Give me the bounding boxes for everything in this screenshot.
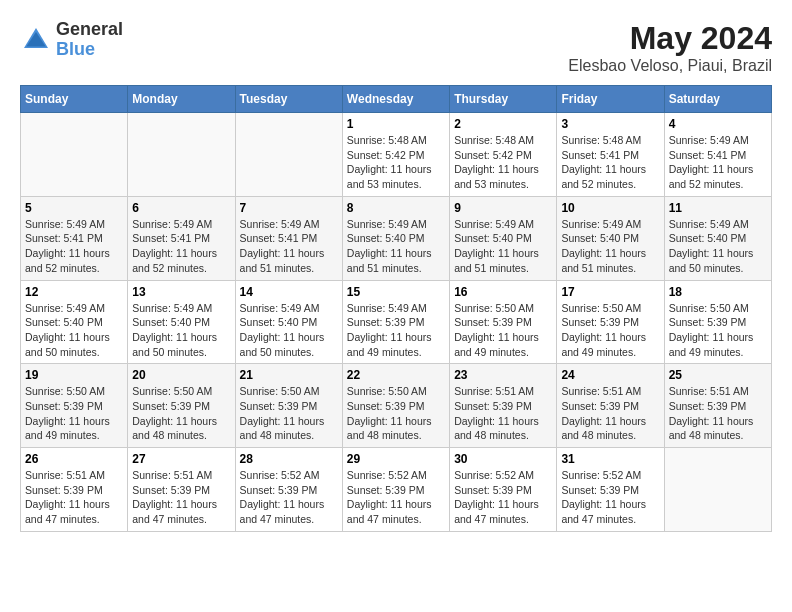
day-info: Sunrise: 5:49 AM Sunset: 5:40 PM Dayligh… — [454, 217, 552, 276]
calendar-cell: 9Sunrise: 5:49 AM Sunset: 5:40 PM Daylig… — [450, 196, 557, 280]
header-day-saturday: Saturday — [664, 86, 771, 113]
day-info: Sunrise: 5:52 AM Sunset: 5:39 PM Dayligh… — [240, 468, 338, 527]
calendar-cell: 15Sunrise: 5:49 AM Sunset: 5:39 PM Dayli… — [342, 280, 449, 364]
day-info: Sunrise: 5:48 AM Sunset: 5:41 PM Dayligh… — [561, 133, 659, 192]
calendar-header: SundayMondayTuesdayWednesdayThursdayFrid… — [21, 86, 772, 113]
title-block: May 2024 Elesbao Veloso, Piaui, Brazil — [568, 20, 772, 75]
calendar-cell — [21, 113, 128, 197]
day-number: 10 — [561, 201, 659, 215]
day-number: 11 — [669, 201, 767, 215]
calendar-cell: 29Sunrise: 5:52 AM Sunset: 5:39 PM Dayli… — [342, 448, 449, 532]
day-number: 25 — [669, 368, 767, 382]
calendar-cell — [128, 113, 235, 197]
day-number: 15 — [347, 285, 445, 299]
day-number: 12 — [25, 285, 123, 299]
calendar-cell: 26Sunrise: 5:51 AM Sunset: 5:39 PM Dayli… — [21, 448, 128, 532]
calendar-cell: 30Sunrise: 5:52 AM Sunset: 5:39 PM Dayli… — [450, 448, 557, 532]
day-info: Sunrise: 5:50 AM Sunset: 5:39 PM Dayligh… — [132, 384, 230, 443]
day-info: Sunrise: 5:49 AM Sunset: 5:40 PM Dayligh… — [347, 217, 445, 276]
calendar-cell: 24Sunrise: 5:51 AM Sunset: 5:39 PM Dayli… — [557, 364, 664, 448]
day-number: 3 — [561, 117, 659, 131]
day-info: Sunrise: 5:49 AM Sunset: 5:41 PM Dayligh… — [669, 133, 767, 192]
day-number: 6 — [132, 201, 230, 215]
calendar-cell: 17Sunrise: 5:50 AM Sunset: 5:39 PM Dayli… — [557, 280, 664, 364]
header-day-monday: Monday — [128, 86, 235, 113]
calendar-cell: 4Sunrise: 5:49 AM Sunset: 5:41 PM Daylig… — [664, 113, 771, 197]
calendar-cell: 11Sunrise: 5:49 AM Sunset: 5:40 PM Dayli… — [664, 196, 771, 280]
logo-icon — [20, 24, 52, 56]
calendar-cell: 1Sunrise: 5:48 AM Sunset: 5:42 PM Daylig… — [342, 113, 449, 197]
day-number: 2 — [454, 117, 552, 131]
calendar-cell: 25Sunrise: 5:51 AM Sunset: 5:39 PM Dayli… — [664, 364, 771, 448]
calendar-cell — [664, 448, 771, 532]
page-header: GeneralBlue May 2024 Elesbao Veloso, Pia… — [20, 20, 772, 75]
calendar-cell: 21Sunrise: 5:50 AM Sunset: 5:39 PM Dayli… — [235, 364, 342, 448]
header-day-wednesday: Wednesday — [342, 86, 449, 113]
calendar-cell: 13Sunrise: 5:49 AM Sunset: 5:40 PM Dayli… — [128, 280, 235, 364]
calendar-cell: 28Sunrise: 5:52 AM Sunset: 5:39 PM Dayli… — [235, 448, 342, 532]
day-info: Sunrise: 5:50 AM Sunset: 5:39 PM Dayligh… — [561, 301, 659, 360]
page-subtitle: Elesbao Veloso, Piaui, Brazil — [568, 57, 772, 75]
calendar-cell: 14Sunrise: 5:49 AM Sunset: 5:40 PM Dayli… — [235, 280, 342, 364]
day-number: 28 — [240, 452, 338, 466]
day-number: 5 — [25, 201, 123, 215]
day-info: Sunrise: 5:49 AM Sunset: 5:40 PM Dayligh… — [25, 301, 123, 360]
calendar-week-1: 1Sunrise: 5:48 AM Sunset: 5:42 PM Daylig… — [21, 113, 772, 197]
header-day-thursday: Thursday — [450, 86, 557, 113]
day-number: 13 — [132, 285, 230, 299]
day-number: 16 — [454, 285, 552, 299]
day-number: 23 — [454, 368, 552, 382]
day-info: Sunrise: 5:49 AM Sunset: 5:40 PM Dayligh… — [132, 301, 230, 360]
day-info: Sunrise: 5:50 AM Sunset: 5:39 PM Dayligh… — [25, 384, 123, 443]
calendar-cell: 20Sunrise: 5:50 AM Sunset: 5:39 PM Dayli… — [128, 364, 235, 448]
calendar-cell — [235, 113, 342, 197]
header-day-friday: Friday — [557, 86, 664, 113]
day-info: Sunrise: 5:52 AM Sunset: 5:39 PM Dayligh… — [561, 468, 659, 527]
day-info: Sunrise: 5:50 AM Sunset: 5:39 PM Dayligh… — [454, 301, 552, 360]
calendar-cell: 8Sunrise: 5:49 AM Sunset: 5:40 PM Daylig… — [342, 196, 449, 280]
calendar-cell: 23Sunrise: 5:51 AM Sunset: 5:39 PM Dayli… — [450, 364, 557, 448]
calendar-cell: 3Sunrise: 5:48 AM Sunset: 5:41 PM Daylig… — [557, 113, 664, 197]
header-day-tuesday: Tuesday — [235, 86, 342, 113]
day-info: Sunrise: 5:49 AM Sunset: 5:40 PM Dayligh… — [240, 301, 338, 360]
day-number: 24 — [561, 368, 659, 382]
day-number: 17 — [561, 285, 659, 299]
calendar-cell: 5Sunrise: 5:49 AM Sunset: 5:41 PM Daylig… — [21, 196, 128, 280]
header-day-sunday: Sunday — [21, 86, 128, 113]
day-number: 9 — [454, 201, 552, 215]
day-info: Sunrise: 5:52 AM Sunset: 5:39 PM Dayligh… — [454, 468, 552, 527]
day-number: 7 — [240, 201, 338, 215]
calendar-week-4: 19Sunrise: 5:50 AM Sunset: 5:39 PM Dayli… — [21, 364, 772, 448]
page-title: May 2024 — [568, 20, 772, 57]
calendar-week-2: 5Sunrise: 5:49 AM Sunset: 5:41 PM Daylig… — [21, 196, 772, 280]
logo: GeneralBlue — [20, 20, 123, 60]
calendar-cell: 27Sunrise: 5:51 AM Sunset: 5:39 PM Dayli… — [128, 448, 235, 532]
calendar-cell: 2Sunrise: 5:48 AM Sunset: 5:42 PM Daylig… — [450, 113, 557, 197]
day-number: 27 — [132, 452, 230, 466]
calendar-cell: 16Sunrise: 5:50 AM Sunset: 5:39 PM Dayli… — [450, 280, 557, 364]
day-info: Sunrise: 5:48 AM Sunset: 5:42 PM Dayligh… — [454, 133, 552, 192]
day-number: 19 — [25, 368, 123, 382]
day-number: 29 — [347, 452, 445, 466]
day-number: 18 — [669, 285, 767, 299]
calendar-cell: 31Sunrise: 5:52 AM Sunset: 5:39 PM Dayli… — [557, 448, 664, 532]
calendar-cell: 7Sunrise: 5:49 AM Sunset: 5:41 PM Daylig… — [235, 196, 342, 280]
day-number: 14 — [240, 285, 338, 299]
day-info: Sunrise: 5:50 AM Sunset: 5:39 PM Dayligh… — [347, 384, 445, 443]
day-number: 21 — [240, 368, 338, 382]
day-info: Sunrise: 5:49 AM Sunset: 5:40 PM Dayligh… — [669, 217, 767, 276]
calendar-body: 1Sunrise: 5:48 AM Sunset: 5:42 PM Daylig… — [21, 113, 772, 532]
day-number: 30 — [454, 452, 552, 466]
day-info: Sunrise: 5:49 AM Sunset: 5:40 PM Dayligh… — [561, 217, 659, 276]
header-row: SundayMondayTuesdayWednesdayThursdayFrid… — [21, 86, 772, 113]
calendar-cell: 19Sunrise: 5:50 AM Sunset: 5:39 PM Dayli… — [21, 364, 128, 448]
day-info: Sunrise: 5:51 AM Sunset: 5:39 PM Dayligh… — [561, 384, 659, 443]
day-info: Sunrise: 5:51 AM Sunset: 5:39 PM Dayligh… — [454, 384, 552, 443]
day-number: 20 — [132, 368, 230, 382]
day-info: Sunrise: 5:51 AM Sunset: 5:39 PM Dayligh… — [25, 468, 123, 527]
day-info: Sunrise: 5:50 AM Sunset: 5:39 PM Dayligh… — [240, 384, 338, 443]
day-info: Sunrise: 5:49 AM Sunset: 5:41 PM Dayligh… — [132, 217, 230, 276]
calendar-week-3: 12Sunrise: 5:49 AM Sunset: 5:40 PM Dayli… — [21, 280, 772, 364]
day-info: Sunrise: 5:49 AM Sunset: 5:41 PM Dayligh… — [25, 217, 123, 276]
day-number: 8 — [347, 201, 445, 215]
